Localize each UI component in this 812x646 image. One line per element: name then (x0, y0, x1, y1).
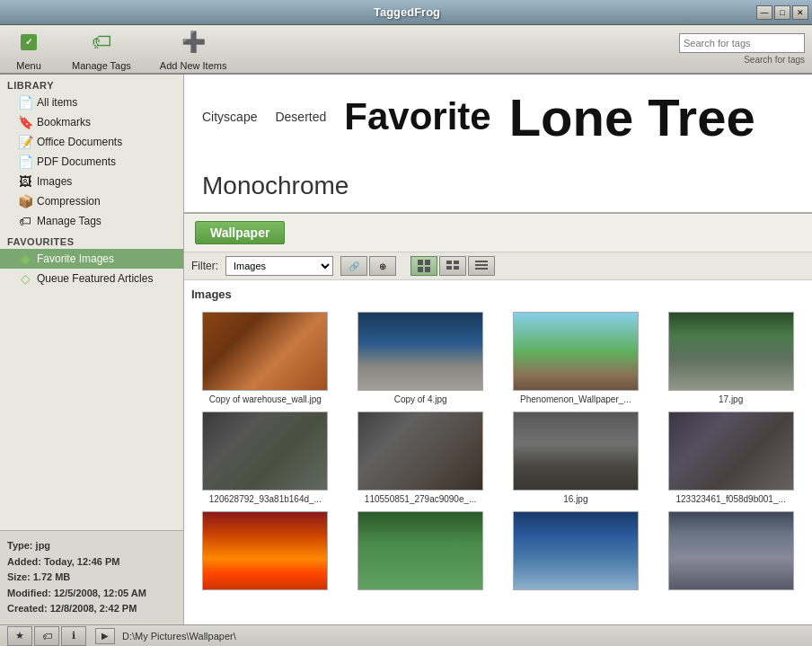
images-area[interactable]: Images Copy of warehouse_wall.jpg Copy o… (184, 280, 812, 624)
filter-bar: Filter: Images All PDF Office 🔗 ⊕ (184, 252, 812, 280)
grid-view-button[interactable] (410, 256, 437, 276)
sidebar-item-favorite-images-label: Favorite Images (37, 252, 114, 265)
created-info: Created: 12/8/2008, 2:42 PM (7, 601, 176, 617)
link-button-1[interactable]: 🔗 (340, 256, 367, 276)
statusbar-nav-button[interactable]: ▶ (95, 628, 115, 644)
view-mode-buttons (410, 256, 495, 276)
manage-tags-icon: 🏷 (87, 28, 116, 57)
image-thumb-1 (202, 312, 328, 391)
search-label: Search for tags (744, 55, 805, 65)
image-item-10[interactable] (347, 511, 495, 594)
minimize-button[interactable]: — (756, 5, 772, 20)
tag-cloud: Cityscape Deserted Favorite Lone Tree Mo… (184, 75, 812, 214)
tag-monochrome[interactable]: Monochrome (202, 172, 349, 200)
size-info: Size: 1.72 MB (7, 570, 176, 586)
sidebar-item-bookmarks-label: Bookmarks (37, 116, 91, 128)
tag-favorite[interactable]: Favorite (344, 95, 490, 138)
all-items-icon: 📄 (18, 95, 32, 110)
image-label-7: 16.jpg (563, 494, 587, 504)
svg-rect-7 (454, 266, 459, 270)
image-item-2[interactable]: Copy of 4.jpg (347, 312, 495, 404)
svg-rect-9 (475, 264, 488, 266)
close-button[interactable]: ✕ (792, 5, 808, 20)
tag-lone-tree[interactable]: Lone Tree (509, 87, 755, 147)
svg-rect-4 (446, 261, 452, 264)
image-thumb-11 (513, 511, 639, 590)
statusbar: ★ 🏷 ℹ ▶ D:\My Pictures\Wallpaper\ (0, 624, 812, 646)
list-view-button[interactable] (439, 256, 466, 276)
pdf-docs-icon: 📄 (18, 155, 32, 169)
sidebar-item-pdf-docs-label: PDF Documents (37, 155, 116, 168)
image-item-1[interactable]: Copy of warehouse_wall.jpg (191, 312, 340, 404)
svg-rect-8 (475, 261, 488, 262)
image-item-3[interactable]: Phenomenon_Wallpaper_... (502, 312, 650, 404)
favourites-header: FAVOURITES (0, 231, 183, 249)
image-label-4: 17.jpg (719, 394, 743, 404)
link-button-2[interactable]: ⊕ (369, 256, 396, 276)
sidebar-footer: Type: jpg Added: Today, 12:46 PM Size: 1… (0, 530, 183, 624)
active-tag-button[interactable]: Wallpaper (195, 221, 285, 244)
filter-select[interactable]: Images All PDF Office (225, 256, 333, 276)
window-controls[interactable]: — □ ✕ (756, 5, 808, 20)
image-item-11[interactable] (502, 511, 650, 594)
images-grid: Copy of warehouse_wall.jpg Copy of 4.jpg… (191, 312, 805, 594)
image-item-4[interactable]: 17.jpg (657, 312, 805, 404)
menu-button[interactable]: ✓ Menu (7, 24, 50, 75)
type-value: jpg (36, 540, 51, 551)
image-item-5[interactable]: 120628792_93a81b164d_... (191, 411, 340, 504)
main-layout: LIBRARY 📄 All items 🔖 Bookmarks 📝 Office… (0, 75, 812, 624)
added-info: Added: Today, 12:46 PM (7, 554, 176, 571)
type-info: Type: jpg (7, 538, 176, 554)
add-new-items-icon: ➕ (179, 28, 207, 57)
search-input[interactable] (679, 33, 805, 53)
created-value: 12/8/2008, 2:42 PM (50, 603, 137, 614)
sidebar-item-manage-tags-label: Manage Tags (37, 215, 102, 227)
sidebar-item-pdf-docs[interactable]: 📄 PDF Documents (0, 152, 183, 172)
star-button[interactable]: ★ (7, 626, 32, 646)
sidebar-item-bookmarks[interactable]: 🔖 Bookmarks (0, 112, 183, 132)
compression-icon: 📦 (18, 194, 32, 208)
maximize-button[interactable]: □ (774, 5, 790, 20)
image-item-7[interactable]: 16.jpg (502, 411, 650, 504)
sidebar-item-all-items-label: All items (37, 96, 77, 109)
image-thumb-2 (357, 312, 483, 391)
sidebar-item-all-items[interactable]: 📄 All items (0, 93, 183, 112)
manage-tags-label: Manage Tags (72, 60, 131, 71)
image-thumb-4 (668, 312, 794, 391)
images-header: Images (191, 288, 805, 305)
modified-value: 12/5/2008, 12:05 AM (54, 588, 146, 598)
menu-icon: ✓ (14, 28, 43, 57)
tag-cityscape[interactable]: Cityscape (202, 110, 257, 124)
image-item-12[interactable] (657, 511, 805, 594)
added-value: Today, 12:46 PM (44, 556, 120, 567)
image-thumb-6 (357, 411, 483, 491)
image-label-1: Copy of warehouse_wall.jpg (209, 394, 322, 404)
add-new-items-button[interactable]: ➕ Add New Items (153, 24, 234, 75)
statusbar-path: D:\My Pictures\Wallpaper\ (122, 631, 236, 642)
image-item-8[interactable]: 123323461_f058d9b001_... (657, 411, 805, 504)
sidebar-item-images[interactable]: 🖼 Images (0, 172, 183, 191)
footer-icons: ★ 🏷 ℹ (7, 626, 88, 646)
images-icon: 🖼 (18, 174, 32, 189)
image-thumb-10 (357, 511, 483, 590)
image-item-9[interactable] (191, 511, 340, 594)
library-header: LIBRARY (0, 75, 183, 93)
sidebar-item-manage-tags[interactable]: 🏷 Manage Tags (0, 211, 183, 231)
modified-info: Modified: 12/5/2008, 12:05 AM (7, 586, 176, 602)
svg-rect-1 (425, 260, 430, 265)
sidebar-item-favorite-images[interactable]: ◆ Favorite Images (0, 249, 183, 269)
info-button[interactable]: ℹ (61, 626, 86, 646)
tag-button[interactable]: 🏷 (34, 626, 59, 646)
sidebar-item-office-docs[interactable]: 📝 Office Documents (0, 132, 183, 152)
tag-deserted[interactable]: Deserted (275, 110, 326, 124)
sidebar-item-compression[interactable]: 📦 Compression (0, 191, 183, 211)
queue-featured-icon: ◇ (18, 271, 32, 286)
image-item-6[interactable]: 110550851_279ac9090e_... (347, 411, 495, 504)
detail-view-button[interactable] (468, 256, 495, 276)
image-thumb-12 (668, 511, 794, 590)
manage-tags-button[interactable]: 🏷 Manage Tags (65, 24, 138, 75)
image-thumb-7 (513, 411, 639, 491)
svg-rect-3 (425, 267, 430, 272)
sidebar-item-queue-featured[interactable]: ◇ Queue Featured Articles (0, 269, 183, 288)
active-tag-bar: Wallpaper (184, 214, 812, 252)
